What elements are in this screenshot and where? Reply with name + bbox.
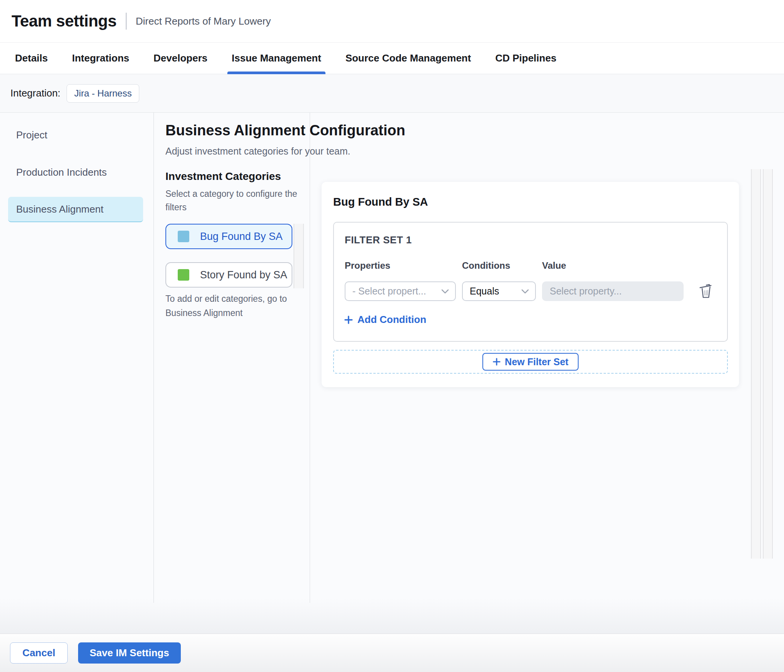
sidebar-item-production-incidents[interactable]: Production Incidents — [8, 160, 143, 185]
add-condition-button[interactable]: Add Condition — [344, 314, 426, 326]
page-title: Team settings — [12, 12, 117, 30]
chevron-down-icon — [521, 289, 529, 294]
settings-tab-bar: Details Integrations Developers Issue Ma… — [0, 43, 784, 74]
page-header: Team settings Direct Reports of Mary Low… — [0, 0, 784, 43]
value-input[interactable] — [542, 281, 684, 301]
plus-icon — [492, 358, 501, 366]
investment-categories-column: Investment Categories Select a category … — [154, 113, 310, 603]
settings-sidebar: Project Production Incidents Business Al… — [0, 113, 154, 603]
title-divider — [126, 13, 127, 30]
tab-issue-management[interactable]: Issue Management — [227, 43, 325, 74]
integration-row: Integration: Jira - Harness — [0, 74, 784, 113]
bug-category-color-swatch — [178, 231, 189, 242]
category-label: Bug Found By SA — [200, 231, 283, 243]
value-column-label: Value — [542, 260, 566, 271]
category-list-scrollbar[interactable] — [294, 224, 304, 288]
categories-footnote: To add or edit categories, go to Busines… — [165, 292, 301, 320]
categories-helper-text: Select a category to configure the filte… — [165, 187, 301, 214]
integration-label: Integration: — [10, 87, 60, 99]
tab-integrations[interactable]: Integrations — [68, 43, 133, 74]
sidebar-item-project[interactable]: Project — [8, 122, 143, 148]
property-select[interactable]: - Select propert... — [345, 281, 456, 301]
conditions-column-label: Conditions — [462, 260, 510, 271]
delete-condition-button[interactable] — [696, 281, 715, 301]
property-select-placeholder: - Select propert... — [352, 286, 426, 297]
filter-set-1: FILTER SET 1 Properties Conditions Value… — [333, 222, 728, 342]
vertical-scrollbar-outer[interactable] — [751, 169, 761, 559]
content-area: Project Production Incidents Business Al… — [0, 113, 784, 634]
category-bug-found-by-sa[interactable]: Bug Found By SA — [165, 224, 292, 249]
categories-heading: Investment Categories — [165, 170, 281, 183]
category-filter-card: Bug Found By SA FILTER SET 1 Properties … — [322, 182, 739, 387]
filter-configuration-panel: Bug Found By SA FILTER SET 1 Properties … — [310, 113, 784, 634]
properties-column-label: Properties — [345, 260, 390, 271]
vertical-scrollbar-inner[interactable] — [763, 169, 773, 559]
integration-chip[interactable]: Jira - Harness — [67, 84, 139, 103]
story-category-color-swatch — [178, 269, 189, 281]
filter-set-title: FILTER SET 1 — [345, 234, 412, 246]
condition-select[interactable]: Equals — [462, 281, 536, 301]
tab-cd-pipelines[interactable]: CD Pipelines — [491, 43, 560, 74]
condition-select-value: Equals — [470, 286, 499, 297]
save-im-settings-button[interactable]: Save IM Settings — [78, 642, 181, 664]
category-label: Story Found by SA — [200, 269, 287, 281]
tab-source-code-management[interactable]: Source Code Management — [341, 43, 475, 74]
footer-action-bar: Cancel Save IM Settings — [0, 634, 784, 672]
new-filter-set-label: New Filter Set — [505, 356, 568, 368]
cancel-button[interactable]: Cancel — [10, 642, 68, 664]
new-filter-set-dropzone: New Filter Set — [333, 350, 728, 374]
chevron-down-icon — [441, 289, 449, 294]
sidebar-item-business-alignment[interactable]: Business Alignment — [8, 197, 143, 222]
tab-developers[interactable]: Developers — [149, 43, 212, 74]
category-story-found-by-sa[interactable]: Story Found by SA — [165, 262, 292, 288]
plus-icon — [344, 315, 353, 324]
team-settings-page: Team settings Direct Reports of Mary Low… — [0, 0, 784, 672]
filter-card-title: Bug Found By SA — [333, 196, 428, 208]
page-subtitle: Direct Reports of Mary Lowery — [136, 15, 271, 27]
trash-icon — [698, 282, 713, 299]
tab-details[interactable]: Details — [11, 43, 52, 74]
new-filter-set-button[interactable]: New Filter Set — [482, 353, 578, 371]
add-condition-label: Add Condition — [357, 314, 426, 326]
